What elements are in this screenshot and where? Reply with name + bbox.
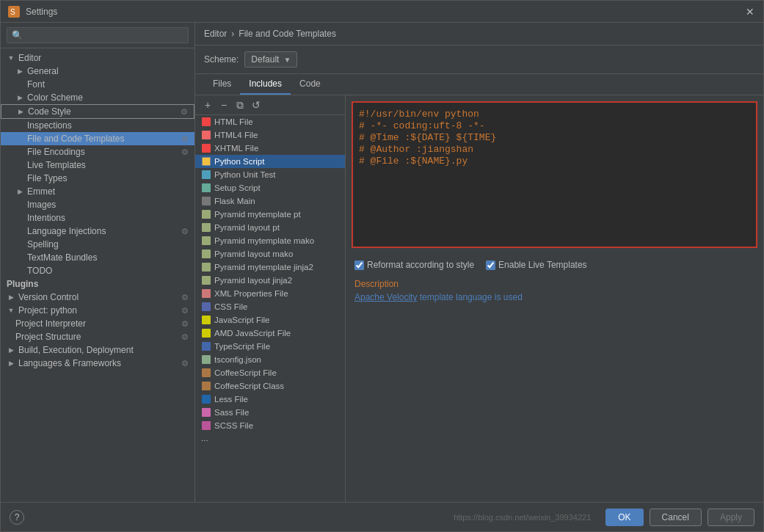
font-label: Font — [27, 79, 45, 90]
sidebar-item-build[interactable]: ▶ Build, Execution, Deployment — [1, 343, 194, 357]
cancel-button[interactable]: Cancel — [650, 509, 702, 526]
expand-arrow: ▶ — [16, 107, 25, 116]
sidebar-item-font[interactable]: Font — [1, 78, 194, 91]
template-content: + − ⧉ ↺ HTML File HTML4 File — [195, 95, 763, 502]
bottom-left: ? — [10, 510, 24, 525]
reformat-checkbox[interactable] — [354, 260, 364, 270]
code-line-3: # @Time :${DATE} ${TIME} — [359, 132, 750, 143]
list-item[interactable]: TypeScript File — [195, 340, 345, 353]
list-item[interactable]: Less File — [195, 393, 345, 406]
reformat-checkbox-label[interactable]: Reformat according to style — [354, 260, 474, 270]
languages-label: Languages & Frameworks — [18, 358, 121, 368]
list-item[interactable]: CoffeeScript Class — [195, 379, 345, 393]
sidebar-item-inspections[interactable]: Inspections — [1, 119, 194, 132]
list-item-more[interactable]: ... — [195, 432, 345, 444]
code-editor[interactable]: #!/usr/bin/env python # -*- coding:uft-8… — [352, 101, 757, 248]
file-name: Pyramid layout jinja2 — [214, 276, 292, 285]
sidebar-item-version-control[interactable]: ▶ Version Control ⚙ — [1, 291, 194, 304]
coffee-icon — [201, 381, 211, 391]
list-item[interactable]: Pyramid mytemplate jinja2 — [195, 260, 345, 274]
xml-icon — [201, 288, 211, 299]
sidebar-item-project-interpreter[interactable]: Project Interpreter ⚙ — [1, 317, 194, 330]
sidebar-item-spelling[interactable]: Spelling — [1, 238, 194, 251]
list-item[interactable]: Pyramid mytemplate pt — [195, 208, 345, 221]
live-templates-checkbox[interactable] — [486, 260, 495, 270]
help-button[interactable]: ? — [10, 510, 24, 525]
list-item[interactable]: Pyramid layout mako — [195, 247, 345, 260]
apply-button[interactable]: Apply — [707, 509, 754, 526]
code-line-5: # @File :${NAME}.py — [359, 156, 750, 167]
settings-icon: ⚙ — [181, 107, 188, 117]
file-name: tsconfig.json — [214, 355, 261, 364]
file-name: XHTML File — [214, 144, 258, 153]
scheme-dropdown[interactable]: Default ▼ — [244, 51, 297, 68]
list-item[interactable]: tsconfig.json — [195, 353, 345, 366]
sidebar-item-editor[interactable]: ▼ Editor — [1, 51, 194, 65]
sidebar-item-textmate[interactable]: TextMate Bundles — [1, 251, 194, 264]
close-button[interactable]: ✕ — [744, 6, 756, 18]
editor-label: Editor — [18, 53, 41, 63]
list-item[interactable]: Flask Main — [195, 194, 345, 208]
sidebar-item-file-types[interactable]: File Types — [1, 172, 194, 185]
sidebar-item-project[interactable]: ▼ Project: python ⚙ — [1, 304, 194, 317]
sidebar-item-project-structure[interactable]: Project Structure ⚙ — [1, 330, 194, 343]
sidebar-item-general[interactable]: ▶ General — [1, 65, 194, 78]
remove-button[interactable]: − — [217, 98, 230, 112]
add-button[interactable]: + — [201, 98, 214, 112]
apache-velocity-link[interactable]: Apache Velocity — [354, 292, 417, 302]
list-item[interactable]: SCSS File — [195, 419, 345, 432]
sidebar-item-todo[interactable]: TODO — [1, 264, 194, 277]
file-list: HTML File HTML4 File XHTML File Pyt — [195, 115, 345, 502]
settings-icon: ⚙ — [181, 227, 189, 236]
search-input[interactable] — [7, 27, 189, 43]
less-icon — [201, 394, 211, 404]
scheme-label: Scheme: — [204, 54, 239, 65]
sidebar-item-file-code-templates[interactable]: File and Code Templates ⚙ — [1, 132, 194, 145]
sidebar-item-plugins[interactable]: Plugins — [1, 277, 194, 291]
sidebar-item-languages[interactable]: ▶ Languages & Frameworks ⚙ — [1, 357, 194, 370]
sidebar-item-language-injections[interactable]: Language Injections ⚙ — [1, 225, 194, 238]
textmate-label: TextMate Bundles — [27, 252, 97, 263]
copy-button[interactable]: ⧉ — [233, 98, 247, 112]
sidebar-item-file-encodings[interactable]: File Encodings ⚙ — [1, 145, 194, 158]
live-templates-checkbox-label[interactable]: Enable Live Templates — [486, 260, 587, 270]
tab-code[interactable]: Code — [291, 74, 330, 95]
list-item[interactable]: XHTML File — [195, 142, 345, 155]
list-item[interactable]: Pyramid layout pt — [195, 221, 345, 234]
editor-panel: #!/usr/bin/env python # -*- coding:uft-8… — [346, 95, 763, 502]
tab-files[interactable]: Files — [204, 74, 240, 95]
python-script-icon — [201, 156, 211, 167]
list-item[interactable]: HTML File — [195, 115, 345, 128]
more-label: ... — [201, 434, 208, 442]
list-item[interactable]: CoffeeScript File — [195, 366, 345, 379]
list-item-python-script[interactable]: Python Script — [195, 155, 345, 168]
list-item[interactable]: Pyramid mytemplate mako — [195, 234, 345, 247]
list-item[interactable]: Python Unit Test — [195, 168, 345, 181]
sidebar-item-color-scheme[interactable]: ▶ Color Scheme — [1, 91, 194, 104]
list-item[interactable]: JavaScript File — [195, 313, 345, 327]
pyramid-icon — [201, 209, 211, 219]
list-item[interactable]: XML Properties File — [195, 287, 345, 300]
list-item[interactable]: Sass File — [195, 406, 345, 419]
sidebar-item-code-style[interactable]: ▶ Code Style ⚙ — [1, 104, 194, 119]
tab-includes[interactable]: Includes — [240, 74, 291, 95]
list-item[interactable]: CSS File — [195, 300, 345, 313]
file-name: Pyramid mytemplate pt — [214, 210, 301, 219]
language-injections-label: Language Injections — [27, 226, 106, 236]
project-label: Project: python — [18, 305, 77, 316]
list-item[interactable]: Setup Script — [195, 181, 345, 194]
live-templates-option-label: Enable Live Templates — [498, 260, 587, 270]
expand-arrow: ▶ — [15, 93, 24, 102]
list-item[interactable]: AMD JavaScript File — [195, 327, 345, 340]
list-item[interactable]: HTML4 File — [195, 128, 345, 142]
live-templates-label: Live Templates — [27, 160, 86, 170]
bottom-bar: ? https://blog.csdn.net/weixin_39934221 … — [1, 502, 763, 531]
sidebar-item-emmet[interactable]: ▶ Emmet — [1, 185, 194, 198]
sidebar-item-live-templates[interactable]: Live Templates — [1, 158, 194, 172]
list-item[interactable]: Pyramid layout jinja2 — [195, 274, 345, 287]
svg-text:S: S — [10, 8, 15, 16]
ok-button[interactable]: OK — [605, 509, 643, 526]
sidebar-item-intentions[interactable]: Intentions — [1, 211, 194, 225]
sidebar-item-images[interactable]: Images — [1, 198, 194, 211]
reset-button[interactable]: ↺ — [250, 98, 263, 112]
